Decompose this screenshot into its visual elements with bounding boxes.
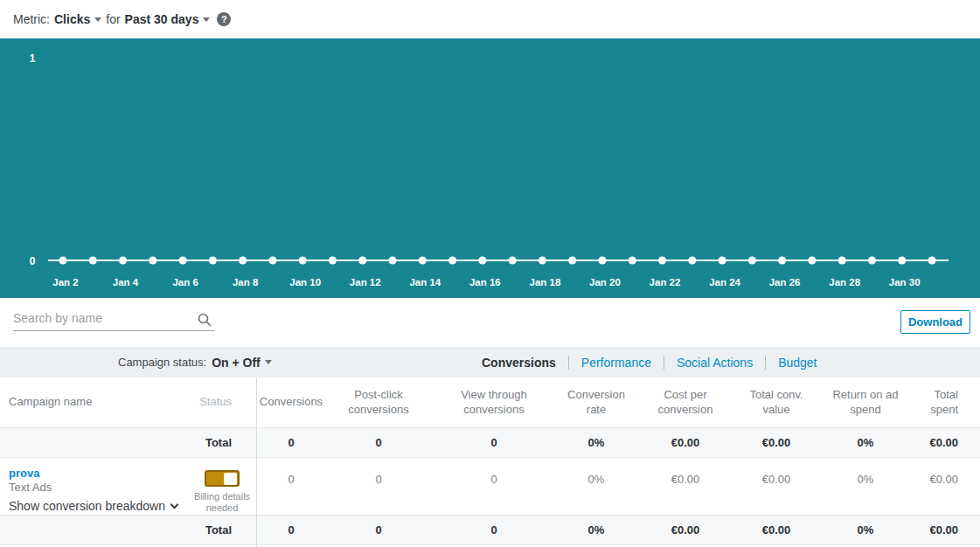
tab-performance[interactable]: Performance xyxy=(581,356,651,370)
svg-text:0: 0 xyxy=(30,255,36,267)
download-button[interactable]: Download xyxy=(900,310,970,334)
chevron-down-icon xyxy=(265,360,272,364)
help-icon[interactable]: ? xyxy=(217,12,231,26)
column-header-total-spent: Total spent xyxy=(914,377,980,427)
search-input[interactable] xyxy=(13,311,188,325)
svg-text:Jan 26: Jan 26 xyxy=(769,277,801,287)
column-header-cost-per-conversion: Cost per conversion xyxy=(636,377,735,427)
total-conv-value: €0.00 xyxy=(735,516,817,544)
total-cost-per-conversion: €0.00 xyxy=(636,428,735,457)
tab-budget[interactable]: Budget xyxy=(778,356,817,370)
filter-bar: Campaign status: On + Off Conversions Pe… xyxy=(0,347,980,377)
svg-text:Jan 28: Jan 28 xyxy=(829,277,860,287)
row-return-on-ad-spend: 0% xyxy=(817,458,914,515)
column-header-return-on-ad-spend: Return on ad spend xyxy=(817,377,914,427)
svg-text:Jan 6: Jan 6 xyxy=(172,277,198,287)
total-spent: €0.00 xyxy=(914,516,980,544)
billing-details-note: Billing details needed xyxy=(191,491,253,516)
svg-text:Jan 20: Jan 20 xyxy=(589,277,621,287)
tab-divider xyxy=(568,356,569,370)
metric-dropdown[interactable]: Clicks xyxy=(54,12,101,26)
svg-text:Jan 14: Jan 14 xyxy=(409,277,441,287)
row-view-through: 0 xyxy=(431,458,557,515)
campaign-status-toggle[interactable] xyxy=(205,470,240,487)
row-total-spent: €0.00 xyxy=(914,458,980,515)
tab-conversions[interactable]: Conversions xyxy=(482,356,556,370)
svg-text:Jan 12: Jan 12 xyxy=(350,277,381,287)
svg-text:Jan 30: Jan 30 xyxy=(889,277,921,287)
total-label: Total xyxy=(188,428,256,457)
toggle-knob xyxy=(224,473,237,485)
svg-text:Jan 4: Jan 4 xyxy=(113,277,139,287)
column-header-campaign-name: Campaign name xyxy=(0,377,188,427)
chevron-down-icon xyxy=(94,17,101,22)
campaign-status-value: On + Off xyxy=(212,356,261,370)
row-total-conv-value: €0.00 xyxy=(735,458,817,515)
total-conv-value: €0.00 xyxy=(735,428,817,457)
total-row-bottom: Total 0 0 0 0% €0.00 €0.00 0% €0.00 xyxy=(0,516,980,545)
svg-text:Jan 2: Jan 2 xyxy=(52,277,78,287)
total-cost-per-conversion: €0.00 xyxy=(636,516,735,544)
clicks-chart-svg: 10Jan 2Jan 4Jan 6Jan 8Jan 10Jan 12Jan 14… xyxy=(0,38,980,298)
chevron-down-icon xyxy=(203,17,210,22)
column-header-conversion-rate: Conversion rate xyxy=(557,377,636,427)
row-cost-per-conversion: €0.00 xyxy=(636,458,735,515)
show-conversion-breakdown-toggle[interactable]: Show conversion breakdown xyxy=(9,499,177,513)
column-header-total-conv-value: Total conv. value xyxy=(735,377,817,427)
svg-text:Jan 22: Jan 22 xyxy=(650,277,681,287)
clicks-line-chart: 10Jan 2Jan 4Jan 6Jan 8Jan 10Jan 12Jan 14… xyxy=(0,38,980,298)
column-header-conversions: Conversions xyxy=(256,377,326,427)
row-post-click: 0 xyxy=(326,458,431,515)
total-post-click: 0 xyxy=(326,428,431,457)
total-row-top: Total 0 0 0 0% €0.00 €0.00 0% €0.00 xyxy=(0,428,980,458)
total-return-on-ad-spend: 0% xyxy=(817,516,914,544)
column-header-view-through: View through conversions xyxy=(431,377,557,427)
svg-text:Jan 18: Jan 18 xyxy=(530,277,561,287)
total-post-click: 0 xyxy=(326,516,431,544)
total-view-through: 0 xyxy=(431,516,557,544)
spacer xyxy=(0,516,188,544)
campaign-name-link[interactable]: prova xyxy=(9,467,39,480)
campaign-manager-page: Metric: Clicks for Past 30 days ? 10Jan … xyxy=(0,0,980,547)
campaign-status-dropdown[interactable]: Campaign status: On + Off xyxy=(118,347,272,377)
campaign-info-cell: prova Text Ads Show conversion breakdown xyxy=(0,458,188,515)
campaign-status-cell: Billing details needed xyxy=(188,458,256,515)
svg-text:Jan 8: Jan 8 xyxy=(233,277,259,287)
tab-divider xyxy=(664,356,664,370)
total-conversion-rate: 0% xyxy=(557,516,636,544)
campaign-row: prova Text Ads Show conversion breakdown… xyxy=(0,458,980,516)
chevron-down-icon xyxy=(170,501,179,509)
tab-divider xyxy=(765,356,766,370)
search-icon[interactable] xyxy=(197,312,212,331)
svg-text:Jan 10: Jan 10 xyxy=(289,277,321,287)
svg-text:Jan 24: Jan 24 xyxy=(709,277,740,287)
column-divider xyxy=(256,377,257,547)
row-conversion-rate: 0% xyxy=(557,458,636,515)
search-field xyxy=(13,310,214,331)
total-view-through: 0 xyxy=(431,428,557,457)
date-range-dropdown[interactable]: Past 30 days xyxy=(125,12,211,26)
total-spent: €0.00 xyxy=(914,428,980,457)
metric-bar: Metric: Clicks for Past 30 days ? xyxy=(0,0,980,38)
toolbar: Download xyxy=(0,298,980,347)
total-conversions: 0 xyxy=(256,516,326,544)
svg-text:Jan 16: Jan 16 xyxy=(469,277,501,287)
tab-social-actions[interactable]: Social Actions xyxy=(677,356,753,370)
column-header-status: Status xyxy=(188,377,256,427)
conjunction-label: for xyxy=(106,12,120,26)
campaign-ad-type: Text Ads xyxy=(9,481,52,494)
total-conversion-rate: 0% xyxy=(557,428,636,457)
campaign-table: Campaign name Status Conversions Post-cl… xyxy=(0,377,980,545)
total-return-on-ad-spend: 0% xyxy=(817,428,914,457)
svg-text:1: 1 xyxy=(30,52,36,65)
row-conversions: 0 xyxy=(256,458,326,515)
table-header-row: Campaign name Status Conversions Post-cl… xyxy=(0,377,980,428)
metric-tabs: Conversions Performance Social Actions B… xyxy=(482,347,817,377)
metric-label: Metric: xyxy=(13,12,50,26)
column-header-post-click: Post-click conversions xyxy=(326,377,431,427)
campaign-status-label: Campaign status: xyxy=(118,356,206,369)
total-label: Total xyxy=(188,516,256,544)
total-conversions: 0 xyxy=(256,428,326,457)
spacer xyxy=(0,428,188,457)
